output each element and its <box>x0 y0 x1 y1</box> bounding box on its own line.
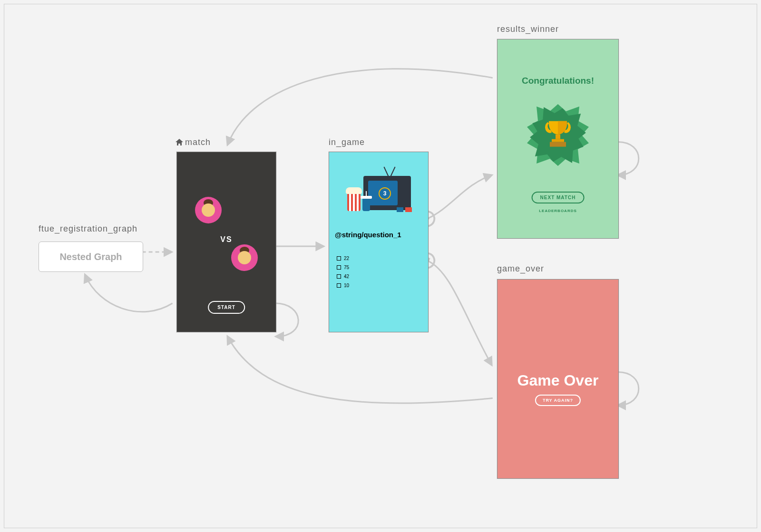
svg-rect-5 <box>550 142 566 147</box>
cup-icon <box>362 198 370 211</box>
vs-text: VS <box>177 235 276 244</box>
tv-icon <box>363 176 411 210</box>
checkbox-icon <box>337 283 341 288</box>
diagram-stage: ftue_registration_graph match in_game re… <box>4 4 757 528</box>
match-screen[interactable]: VS START <box>176 152 276 332</box>
results-winner-screen[interactable]: Congratulations! NEXT MATCH LEADERBOARDS <box>497 39 619 239</box>
player2-avatar <box>231 244 258 271</box>
answer-option[interactable]: 42 <box>337 274 349 279</box>
in-game-label: in_game <box>329 137 365 147</box>
question-graphic <box>329 162 428 223</box>
player1-avatar <box>195 197 222 223</box>
question-text: @string/question_1 <box>335 231 422 239</box>
popcorn-icon <box>347 192 361 211</box>
svg-rect-3 <box>556 135 560 139</box>
trophy-badge <box>522 99 594 171</box>
start-button[interactable]: START <box>208 301 245 314</box>
match-label: match <box>176 137 211 148</box>
answer-option[interactable]: 10 <box>337 283 349 288</box>
answer-option[interactable]: 75 <box>337 265 349 270</box>
answers-list: 22 75 42 10 <box>337 256 349 292</box>
congratulations-title: Congratulations! <box>498 76 618 86</box>
checkbox-icon <box>337 256 341 261</box>
game-over-label: game_over <box>497 264 544 274</box>
svg-rect-4 <box>552 139 564 142</box>
game-over-title: Game Over <box>498 372 618 389</box>
next-match-button[interactable]: NEXT MATCH <box>532 192 585 203</box>
try-again-button[interactable]: TRY AGAIN? <box>535 395 581 406</box>
nested-graph-text: Nested Graph <box>59 251 122 262</box>
answer-option[interactable]: 22 <box>337 256 349 261</box>
leaderboards-link[interactable]: LEADERBOARDS <box>498 209 618 213</box>
checkbox-icon <box>337 265 341 270</box>
results-winner-label: results_winner <box>497 24 559 34</box>
checkbox-icon <box>337 274 341 279</box>
glasses3d-icon <box>397 207 412 213</box>
game-over-screen[interactable]: Game Over TRY AGAIN? <box>497 279 619 479</box>
home-icon <box>176 138 183 148</box>
in-game-screen[interactable]: @string/question_1 22 75 42 10 <box>329 152 429 332</box>
ftue-registration-label: ftue_registration_graph <box>39 224 137 234</box>
nested-graph-node[interactable]: Nested Graph <box>39 242 143 272</box>
trophy-icon <box>543 118 573 151</box>
